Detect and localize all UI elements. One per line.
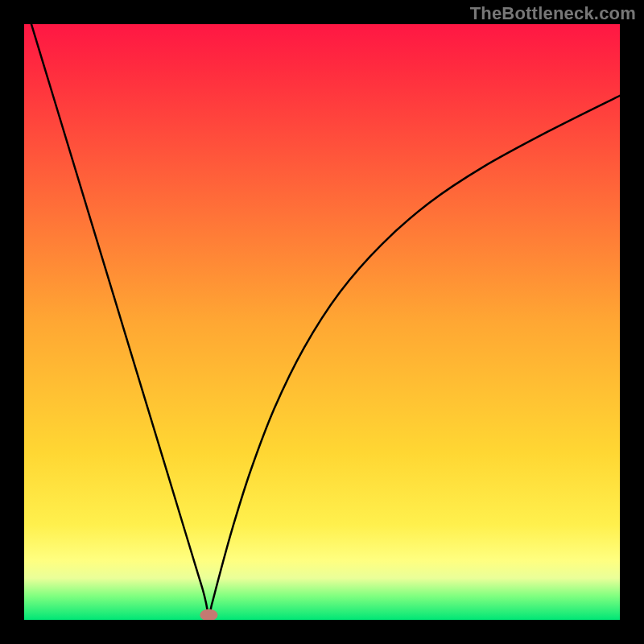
plot-background [24,24,620,620]
chart-frame [24,24,620,620]
watermark-text: TheBottleneck.com [470,3,636,24]
chart-svg [24,24,620,620]
